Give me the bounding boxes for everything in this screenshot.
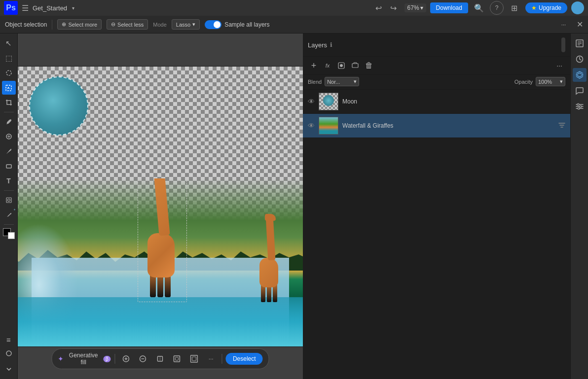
move-tool-button[interactable]: ↖ <box>2 36 16 50</box>
blend-mode-select[interactable]: Nor... ▾ <box>325 77 359 86</box>
type-tool-button[interactable]: T <box>2 174 16 188</box>
sample-all-layers-toggle[interactable]: Sample all layers <box>205 20 269 29</box>
giraffe-neck <box>153 178 170 236</box>
toggle-switch[interactable] <box>205 20 221 29</box>
hamburger-icon[interactable]: ☰ <box>22 3 29 13</box>
deselect-button[interactable]: Deselect <box>226 353 263 365</box>
giraffe2-head <box>265 214 276 221</box>
apps-icon[interactable]: ⊞ <box>508 1 521 15</box>
zoom-level: 67% <box>407 4 419 11</box>
history-icon[interactable] <box>573 52 587 66</box>
generative-fill-button[interactable]: ✦ Generative fill β <box>58 352 110 366</box>
invert-selection-button[interactable] <box>153 352 167 366</box>
add-layer-button[interactable]: + <box>308 60 320 71</box>
right-icons-panel <box>570 34 588 379</box>
moon-visibility-icon[interactable]: 👁 <box>308 98 315 105</box>
subtract-selection-button[interactable] <box>136 352 149 366</box>
healing-brush-button[interactable] <box>2 130 16 143</box>
opacity-value: 100% <box>538 79 552 85</box>
layer-filter-icon[interactable] <box>558 122 565 130</box>
comments-icon[interactable] <box>573 84 587 98</box>
brush-tool-button[interactable] <box>2 144 16 158</box>
undo-button[interactable]: ↩ <box>372 1 386 15</box>
waterfall-layer-name: Waterfall & Giraffes <box>342 122 554 129</box>
svg-point-27 <box>577 103 579 105</box>
transform-button[interactable] <box>170 352 184 366</box>
properties-panel-icon[interactable] <box>573 36 587 50</box>
canvas-area[interactable]: ✦ Generative fill β ··· Deselect <box>18 34 303 379</box>
layer-item-waterfall[interactable]: 👁 Waterfall & Giraffes <box>303 114 570 138</box>
moon-layer-thumbnail <box>319 93 338 110</box>
expand-button[interactable] <box>187 352 201 366</box>
select-more-button[interactable]: ⊕ Select more <box>57 19 102 30</box>
optionsbar: Object selection ⊕ Select more ⊖ Select … <box>0 16 588 34</box>
svg-rect-21 <box>352 64 358 68</box>
svg-rect-5 <box>6 165 11 168</box>
delete-layer-button[interactable]: 🗑 <box>363 60 375 71</box>
toggle-knob <box>214 21 220 28</box>
add-selection-button[interactable] <box>119 352 133 366</box>
layers-icon-button[interactable] <box>573 68 587 82</box>
opacity-select[interactable]: 100% ▾ <box>536 77 565 86</box>
blend-dropdown-icon: ▾ <box>354 78 357 85</box>
add-mask-button[interactable] <box>335 60 347 71</box>
sparkle-icon: ✦ <box>58 355 64 363</box>
upgrade-button[interactable]: ★ Upgrade <box>525 2 567 13</box>
layers-more-button[interactable]: ··· <box>553 60 565 71</box>
waterfall-layer-thumbnail <box>319 117 338 135</box>
background-swatch[interactable] <box>8 232 15 239</box>
eyedropper-tool-button[interactable] <box>2 115 16 129</box>
layers-panel: Layers ℹ + fx 🗑 ··· <box>303 34 570 379</box>
giraffe-body <box>147 233 175 277</box>
waterfall-visibility-icon[interactable]: 👁 <box>308 122 315 130</box>
moon-object[interactable] <box>29 76 88 136</box>
adjust-tool-button[interactable]: ≡ <box>2 333 16 346</box>
avatar[interactable] <box>571 1 584 14</box>
object-selection-tool-button[interactable] <box>2 81 16 95</box>
more-options-button[interactable]: ··· <box>204 352 218 366</box>
scroll-indicator <box>561 37 565 52</box>
rectangle-tool-button[interactable] <box>2 159 16 173</box>
circle-tool-button[interactable] <box>2 346 16 360</box>
layers-panel-header: Layers ℹ <box>303 34 570 57</box>
toolbar-divider <box>115 354 115 364</box>
adjustments-icon[interactable] <box>573 100 587 113</box>
marquee-tool-button[interactable]: ⬚ <box>2 51 16 65</box>
moon-thumb-image <box>323 95 334 106</box>
layer-group-button[interactable] <box>349 60 361 71</box>
fg-bg-swatches[interactable] <box>2 227 16 241</box>
lasso-tool-button[interactable] <box>2 66 16 80</box>
main-area: ↖ ⬚ T <box>0 34 588 379</box>
select-less-label: Select less <box>117 22 144 28</box>
zoom-control[interactable]: 67% ▾ <box>404 3 426 12</box>
blend-mode-value: Nor... <box>327 79 340 85</box>
canvas-wrapper <box>18 66 303 347</box>
more-tools-button[interactable] <box>2 362 16 376</box>
toolbar-divider-2 <box>221 354 222 364</box>
close-optionsbar-button[interactable]: ✕ <box>577 20 583 29</box>
beta-badge: β <box>103 356 111 362</box>
toolbar-separator-2 <box>4 190 14 191</box>
file-dropdown-icon[interactable]: ▾ <box>72 5 74 11</box>
search-icon[interactable]: 🔍 <box>472 1 486 15</box>
lasso-dropdown[interactable]: Lasso ▾ <box>172 19 200 30</box>
options-more-button[interactable]: ··· <box>557 20 570 29</box>
layer-item-moon[interactable]: 👁 Moon <box>303 90 570 114</box>
help-icon[interactable]: ? <box>490 1 504 15</box>
generative-fill-label: Generative fill <box>67 352 100 366</box>
effects-button[interactable]: fx <box>322 60 333 71</box>
layers-info-icon[interactable]: ℹ <box>330 41 332 48</box>
zoom-dropdown-icon: ▾ <box>420 4 423 11</box>
redo-button[interactable]: ↪ <box>387 1 401 15</box>
crop-tool-button[interactable] <box>2 96 16 109</box>
select-less-button[interactable]: ⊖ Select less <box>107 19 148 30</box>
left-toolbar: ↖ ⬚ T <box>0 34 18 379</box>
select-more-icon: ⊕ <box>62 21 66 28</box>
canvas-content[interactable] <box>18 66 303 347</box>
file-name: Get_Started <box>33 4 67 12</box>
toolbar-separator <box>4 112 14 112</box>
download-button[interactable]: Download <box>430 2 468 13</box>
smart-object-button[interactable] <box>2 193 16 207</box>
star-icon: ★ <box>531 4 537 11</box>
eyedropper2-button[interactable]: + <box>2 208 16 222</box>
